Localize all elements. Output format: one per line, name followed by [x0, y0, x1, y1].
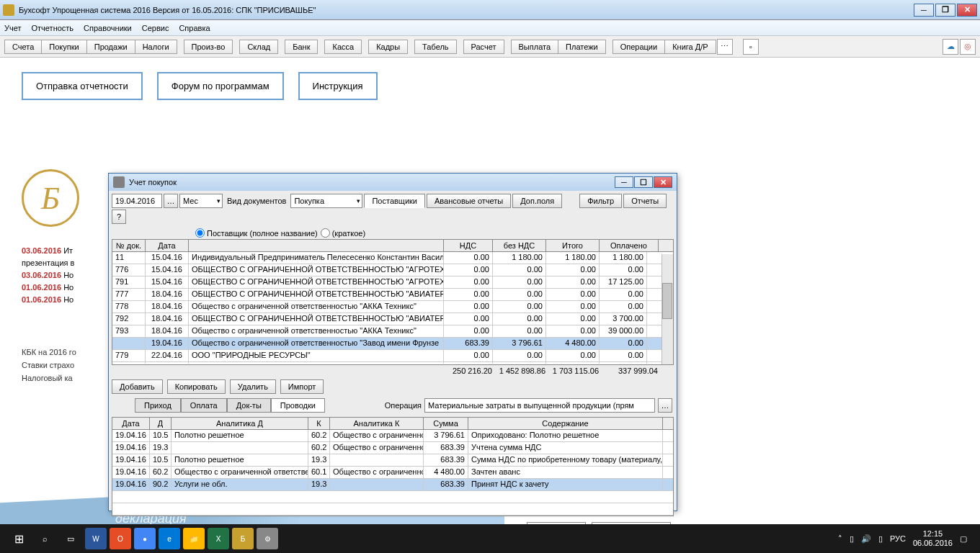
- detail-row[interactable]: 19.04.1690.2Услуги не обл.19.3683.39Прин…: [112, 479, 673, 491]
- col-oplacheno[interactable]: Оплачено: [600, 240, 659, 251]
- tray-network-icon[interactable]: ▯: [850, 534, 854, 544]
- menu-spravka[interactable]: Справка: [179, 24, 210, 32]
- minimize-button[interactable]: ─: [914, 4, 934, 17]
- date-picker-btn[interactable]: …: [164, 194, 178, 208]
- doc-type-select[interactable]: Покупка: [290, 194, 362, 208]
- dlg-minimize-button[interactable]: ─: [615, 176, 633, 188]
- menu-otchetnost[interactable]: Отчетность: [32, 24, 74, 32]
- col-beznds[interactable]: без НДС: [493, 240, 546, 251]
- detail-row[interactable]: 19.04.1619.360.2Общество с ограниченно68…: [112, 442, 673, 454]
- menu-uchet[interactable]: Учет: [4, 24, 22, 32]
- menu-servis[interactable]: Сервис: [142, 24, 169, 32]
- taskbar-app[interactable]: e: [159, 528, 180, 549]
- content-area: Отправка отчетности Форум по программам …: [0, 58, 980, 524]
- tray-volume-icon[interactable]: 🔊: [861, 534, 871, 544]
- col-date[interactable]: Дата: [146, 240, 189, 251]
- table-row[interactable]: 77922.04.16ООО "ПРИРОДНЫЕ РЕСУРСЫ"0.000.…: [112, 350, 673, 362]
- taskbar-app[interactable]: Б: [232, 528, 254, 549]
- detail-row[interactable]: 19.04.1610.5Полотно решетное19.3683.39Су…: [112, 454, 673, 467]
- filter-button[interactable]: Фильтр: [579, 194, 622, 208]
- help-button[interactable]: ?: [112, 210, 126, 224]
- close-button[interactable]: ✕: [957, 4, 977, 17]
- add-button[interactable]: Добавить: [112, 379, 163, 394]
- table-row[interactable]: 77615.04.16ОБЩЕСТВО С ОГРАНИЧЕННОЙ ОТВЕТ…: [112, 264, 673, 276]
- menu-spravochniki[interactable]: Справочники: [84, 24, 132, 32]
- news-date: 03.06.2016: [22, 246, 61, 255]
- tb-kniga[interactable]: Книга Д/Р: [664, 40, 716, 54]
- taskbar-app[interactable]: W: [85, 528, 107, 549]
- table-row[interactable]: 79115.04.16ОБЩЕСТВО С ОГРАНИЧЕННОЙ ОТВЕТ…: [112, 276, 673, 289]
- table-row[interactable]: 79422.04.16ООО "ПРИРОДНЫЕ РЕСУРСЫ"0.000.…: [112, 362, 673, 364]
- dlg-maximize-button[interactable]: ☐: [634, 176, 653, 188]
- tray-clock[interactable]: 12:15 06.06.2016: [913, 529, 953, 548]
- tab-oplata[interactable]: Оплата: [181, 398, 227, 413]
- tray-notifications-icon[interactable]: ▢: [960, 534, 967, 544]
- btn-instruction[interactable]: Инструкция: [298, 72, 378, 100]
- table-row[interactable]: 77818.04.16Общество с ограниченной ответ…: [112, 301, 673, 313]
- tb-ring-icon[interactable]: ◎: [960, 39, 976, 55]
- table-row[interactable]: 1115.04.16Индивидуальный Предприниматель…: [112, 252, 673, 264]
- tb-kassa[interactable]: Касса: [324, 40, 362, 54]
- operation-lookup-btn[interactable]: …: [658, 398, 672, 413]
- tb-cloud-icon[interactable]: ☁: [943, 39, 958, 55]
- tb-raschet[interactable]: Расчет: [463, 40, 504, 54]
- copy-button[interactable]: Копировать: [167, 379, 226, 394]
- col-nds[interactable]: НДС: [444, 240, 493, 251]
- start-button[interactable]: ⊞: [6, 527, 32, 550]
- tab-dokty[interactable]: Док-ты: [227, 398, 271, 413]
- table-row[interactable]: 79218.04.16ОБЩЕСТВО С ОГРАНИЧЕННОЙ ОТВЕТ…: [112, 313, 673, 325]
- table-row[interactable]: 79318.04.16Общество с ограниченной ответ…: [112, 325, 673, 338]
- tab-provodki[interactable]: Проводки: [271, 398, 325, 413]
- col-docnum[interactable]: № док.: [112, 240, 146, 251]
- btn-send-reports[interactable]: Отправка отчетности: [22, 72, 143, 100]
- tb-proizvo[interactable]: Произ-во: [184, 40, 233, 54]
- delete-button[interactable]: Удалить: [230, 379, 276, 394]
- tb-vyplata[interactable]: Выплата: [511, 40, 559, 54]
- tb-extra-icon[interactable]: ▫: [743, 39, 759, 55]
- tb-config-icon[interactable]: ⋯: [717, 39, 733, 55]
- tab-advance-reports[interactable]: Авансовые отчеты: [427, 194, 511, 208]
- table-row[interactable]: 77718.04.16ОБЩЕСТВО С ОГРАНИЧЕННОЙ ОТВЕТ…: [112, 289, 673, 301]
- doc-type-label: Вид документов: [224, 197, 289, 205]
- tb-platezhi[interactable]: Платежи: [558, 40, 606, 54]
- tb-bank[interactable]: Банк: [285, 40, 318, 54]
- col-supplier[interactable]: [189, 240, 444, 251]
- restore-button[interactable]: ❐: [935, 4, 956, 17]
- date-input[interactable]: [112, 194, 162, 208]
- tb-kadry[interactable]: Кадры: [368, 40, 408, 54]
- search-icon[interactable]: ⌕: [32, 527, 58, 550]
- dlg-close-button[interactable]: ✕: [654, 176, 672, 188]
- col-itogo[interactable]: Итого: [546, 240, 600, 251]
- reports-button[interactable]: Отчеты: [623, 194, 667, 208]
- tray-chevron-icon[interactable]: ˄: [838, 534, 842, 544]
- tab-suppliers[interactable]: Поставщики: [364, 194, 425, 208]
- tb-prodazhi[interactable]: Продажи: [86, 40, 135, 54]
- taskbar-app[interactable]: X: [208, 528, 229, 549]
- tb-nalogi[interactable]: Налоги: [135, 40, 177, 54]
- taskbar-app[interactable]: O: [110, 528, 131, 549]
- dialog-title-bar[interactable]: Учет покупок ─ ☐ ✕: [109, 174, 677, 191]
- btn-forum[interactable]: Форум по программам: [157, 72, 284, 100]
- tb-scheta[interactable]: Счета: [4, 40, 42, 54]
- taskbar-app[interactable]: ⚙: [257, 528, 278, 549]
- taskbar-app[interactable]: ●: [134, 528, 156, 549]
- operation-input[interactable]: [424, 398, 655, 413]
- taskbar-app[interactable]: 📁: [183, 528, 205, 549]
- period-select[interactable]: Мес: [179, 194, 223, 208]
- detail-row[interactable]: 19.04.1660.2Общество с ограниченной отве…: [112, 467, 673, 479]
- tray-flag-icon[interactable]: ▯: [878, 534, 883, 544]
- table-row[interactable]: 19.04.16Общество с ограниченной ответств…: [112, 338, 673, 350]
- radio-full-name[interactable]: Поставщик (полное название): [195, 228, 318, 238]
- radio-short-name[interactable]: (краткое): [321, 228, 365, 238]
- tb-tabel[interactable]: Табель: [414, 40, 456, 54]
- tray-lang[interactable]: РУС: [890, 534, 906, 543]
- tb-operacii[interactable]: Операции: [612, 40, 665, 54]
- tb-sklad[interactable]: Склад: [239, 40, 278, 54]
- taskview-icon[interactable]: ▭: [58, 527, 84, 550]
- import-button[interactable]: Импорт: [280, 379, 324, 394]
- detail-row[interactable]: 19.04.1610.5Полотно решетное60.2Общество…: [112, 430, 673, 442]
- tb-pokupki[interactable]: Покупки: [41, 40, 86, 54]
- tab-prihod[interactable]: Приход: [135, 398, 181, 413]
- tab-extra-fields[interactable]: Доп.поля: [512, 194, 562, 208]
- scrollbar[interactable]: [662, 254, 673, 365]
